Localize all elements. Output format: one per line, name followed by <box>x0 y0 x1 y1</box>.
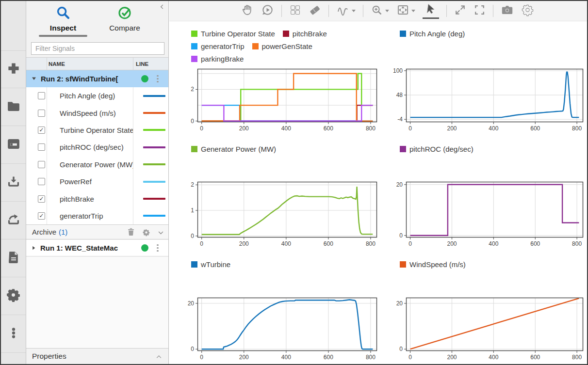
svg-text:0: 0 <box>200 240 203 247</box>
chevron-down-icon <box>411 10 415 12</box>
snapshot-camera-icon <box>501 3 514 18</box>
svg-text:400: 400 <box>281 354 291 361</box>
signal-checkbox[interactable]: ✓ <box>38 127 45 134</box>
plot-windspeed-chart[interactable]: 0200400600800020 <box>406 298 583 351</box>
import-button[interactable] <box>1 164 26 202</box>
signal-row[interactable]: ✓ Turbine Operator State <box>26 122 168 139</box>
save-icon <box>6 137 21 153</box>
snapshot-button[interactable] <box>501 3 514 18</box>
filter-signals-input[interactable] <box>31 42 164 55</box>
column-header-name: NAME <box>47 58 133 70</box>
svg-text:400: 400 <box>281 125 291 132</box>
svg-text:0: 0 <box>408 354 412 361</box>
properties-chevron-up-icon[interactable] <box>155 353 163 363</box>
signal-line-swatch[interactable] <box>143 215 165 217</box>
pointer-arrow-button[interactable] <box>423 3 439 19</box>
legend-item: parkingBrake <box>191 55 244 63</box>
signal-line-swatch[interactable] <box>143 181 165 183</box>
plot-states-chart[interactable]: 020040060080002 <box>197 69 377 122</box>
legend-windspeed-chart: WindSpeed (m/s) <box>400 260 584 273</box>
signal-line-swatch[interactable] <box>143 129 165 131</box>
plot-wturbine-chart[interactable]: 0200400600800020 <box>197 298 377 351</box>
report-button[interactable] <box>1 239 26 277</box>
open-button[interactable] <box>1 88 26 126</box>
signal-checkbox[interactable] <box>38 110 45 117</box>
expand-icon <box>454 4 466 18</box>
export-button[interactable] <box>1 202 26 239</box>
signal-line-swatch[interactable] <box>143 163 165 165</box>
plot-pitch-angle-chart[interactable]: 0200400600800-448100 <box>406 69 583 122</box>
pan-hand-button[interactable] <box>241 4 254 18</box>
fit-to-view-icon <box>396 3 409 18</box>
legend-item: Pitch Angle (deg) <box>400 30 465 38</box>
signal-row[interactable]: PowerRef <box>26 173 168 190</box>
signal-row[interactable]: ✓ pitchBrake <box>26 190 168 207</box>
legend-pitch-angle-chart: Pitch Angle (deg) <box>400 30 584 42</box>
signal-checkbox[interactable]: ✓ <box>38 212 45 220</box>
search-icon <box>55 14 71 22</box>
legend-item: powerGenState <box>252 42 312 50</box>
signal-line-swatch[interactable] <box>143 146 165 148</box>
toolbar-divider <box>446 5 447 17</box>
svg-text:0: 0 <box>408 240 412 247</box>
triangle-right-icon[interactable] <box>31 244 36 252</box>
settings-button[interactable] <box>521 3 534 18</box>
signal-checkbox[interactable] <box>38 178 45 185</box>
import-icon <box>6 175 21 191</box>
plot-generator-power-chart[interactable]: 0200400600800012 <box>197 182 377 238</box>
signal-line-swatch[interactable] <box>143 95 165 97</box>
svg-text:200: 200 <box>239 354 249 361</box>
eraser-button[interactable] <box>309 4 321 18</box>
properties-bar[interactable]: Properties <box>26 348 168 364</box>
svg-text:800: 800 <box>572 240 582 247</box>
triangle-down-icon[interactable] <box>31 75 37 83</box>
svg-text:100: 100 <box>393 67 403 74</box>
signals-menu-button[interactable] <box>336 3 356 19</box>
signal-row[interactable]: WindSpeed (m/s) <box>26 104 168 121</box>
svg-text:0: 0 <box>191 233 194 239</box>
signal-row[interactable]: ✓ generatorTrip <box>26 207 168 224</box>
signal-checkbox[interactable]: ✓ <box>38 195 45 203</box>
tab-inspect[interactable]: Inspect <box>36 5 90 37</box>
expand-button[interactable] <box>454 4 466 18</box>
fullscreen-button[interactable] <box>474 4 486 18</box>
svg-text:48: 48 <box>396 92 403 98</box>
signal-row[interactable]: Generator Power (MW) <box>26 156 168 173</box>
toolbar-divider <box>363 5 363 17</box>
signal-row[interactable]: pitchROC (deg/sec) <box>26 139 168 156</box>
archive-gear-icon[interactable] <box>142 228 150 238</box>
zoom-in-button[interactable] <box>371 4 389 18</box>
signal-checkbox[interactable] <box>38 92 45 99</box>
subplot-layout-button[interactable] <box>289 4 301 18</box>
signal-checkbox[interactable] <box>38 143 45 151</box>
svg-text:200: 200 <box>447 354 457 361</box>
preferences-button[interactable] <box>1 277 26 315</box>
add-button[interactable] <box>1 50 26 88</box>
run1-menu-icon[interactable] <box>157 244 159 252</box>
more-options-button[interactable] <box>1 315 26 353</box>
svg-text:600: 600 <box>530 240 540 247</box>
svg-text:400: 400 <box>489 354 498 361</box>
trash-icon[interactable] <box>126 227 136 238</box>
run2-menu-icon[interactable] <box>157 75 159 83</box>
signal-row[interactable]: Pitch Angle (deg) <box>26 87 168 104</box>
archive-header[interactable]: Archive (1) <box>26 224 168 239</box>
svg-text:400: 400 <box>281 240 291 247</box>
replay-button[interactable] <box>261 3 274 18</box>
run-row-run1[interactable]: Run 1: WEC_StateMac <box>26 240 168 256</box>
zoom-in-icon <box>371 4 383 18</box>
plot-pitchroc-chart[interactable]: 0200400600800020 <box>406 182 583 238</box>
signal-checkbox[interactable] <box>38 161 45 168</box>
replay-icon <box>261 3 274 18</box>
run-row-run2[interactable]: Run 2: sfWindTurbine[ <box>26 70 168 87</box>
signal-line-swatch[interactable] <box>143 198 165 200</box>
save-button[interactable] <box>1 126 26 164</box>
main-toolbar <box>169 1 587 21</box>
signal-name: WindSpeed (m/s) <box>47 104 133 121</box>
collapse-panel-icon[interactable] <box>159 3 165 12</box>
fit-to-view-button[interactable] <box>396 3 415 18</box>
tab-compare[interactable]: Compare <box>98 5 151 32</box>
signal-line-swatch[interactable] <box>143 112 165 114</box>
svg-text:800: 800 <box>366 354 376 361</box>
archive-collapse-chevron-icon[interactable] <box>157 229 164 238</box>
